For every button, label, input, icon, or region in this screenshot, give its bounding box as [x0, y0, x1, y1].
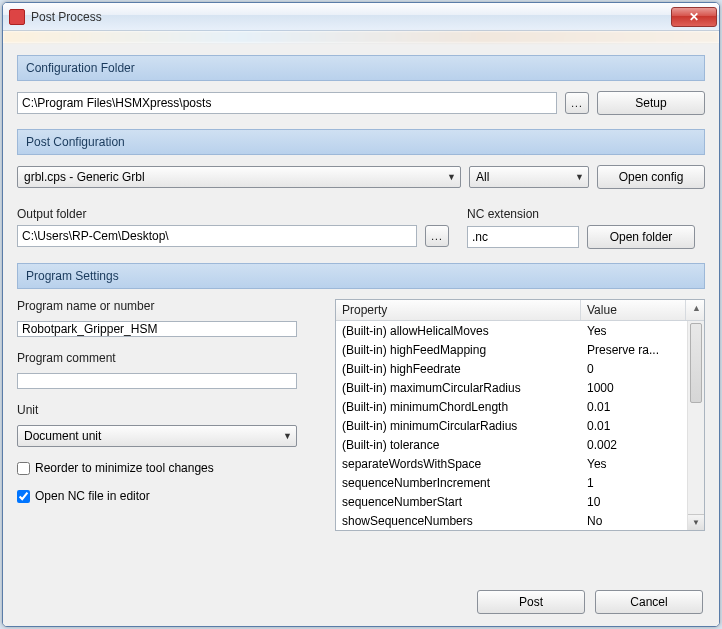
cell-property: showSequenceNumbers — [336, 513, 581, 529]
cell-property: (Built-in) tolerance — [336, 437, 581, 453]
dialog-footer: Post Cancel — [17, 580, 705, 618]
scroll-up-icon[interactable]: ▲ — [686, 300, 704, 320]
table-row[interactable]: sequenceNumberStart10 — [336, 492, 704, 511]
reorder-label: Reorder to minimize tool changes — [35, 461, 214, 475]
section-post-config: Post Configuration — [17, 129, 705, 155]
cell-property: (Built-in) highFeedrate — [336, 361, 581, 377]
post-processor-value: grbl.cps - Generic Grbl — [24, 170, 145, 184]
open-config-button[interactable]: Open config — [597, 165, 705, 189]
cell-value[interactable]: Yes — [581, 323, 686, 339]
cell-value[interactable]: Yes — [581, 456, 686, 472]
cell-value[interactable]: No — [581, 513, 686, 529]
cell-property: sequenceNumberIncrement — [336, 475, 581, 491]
table-header: Property Value ▲ — [336, 300, 704, 321]
properties-table: Property Value ▲ (Built-in) allowHelical… — [335, 299, 705, 531]
cell-property: (Built-in) allowHelicalMoves — [336, 323, 581, 339]
filter-value: All — [476, 170, 489, 184]
browse-config-folder-button[interactable]: ... — [565, 92, 589, 114]
filter-combo[interactable]: All ▼ — [469, 166, 589, 188]
close-button[interactable]: ✕ — [671, 7, 717, 27]
nc-extension-input[interactable] — [467, 226, 579, 248]
ribbon-blur — [3, 31, 719, 43]
post-process-dialog: Post Process ✕ Configuration Folder ... … — [2, 2, 720, 627]
cell-property: (Built-in) highFeedMapping — [336, 342, 581, 358]
open-folder-button[interactable]: Open folder — [587, 225, 695, 249]
scrollbar-thumb[interactable] — [690, 323, 702, 403]
cell-value[interactable]: 0 — [581, 361, 686, 377]
program-comment-input[interactable] — [17, 373, 297, 389]
chevron-down-icon: ▼ — [447, 172, 456, 182]
section-program-settings: Program Settings — [17, 263, 705, 289]
post-processor-combo[interactable]: grbl.cps - Generic Grbl ▼ — [17, 166, 461, 188]
app-icon — [9, 9, 25, 25]
cancel-button[interactable]: Cancel — [595, 590, 703, 614]
cell-property: separateWordsWithSpace — [336, 456, 581, 472]
vertical-scrollbar[interactable]: ▼ — [687, 321, 704, 530]
cell-value[interactable]: 0.002 — [581, 437, 686, 453]
table-body: (Built-in) allowHelicalMovesYes(Built-in… — [336, 321, 704, 530]
cell-property: (Built-in) minimumCircularRadius — [336, 418, 581, 434]
chevron-down-icon: ▼ — [283, 431, 292, 441]
window-title: Post Process — [31, 10, 671, 24]
setup-button[interactable]: Setup — [597, 91, 705, 115]
cell-value[interactable]: 0.01 — [581, 418, 686, 434]
section-config-folder: Configuration Folder — [17, 55, 705, 81]
close-icon: ✕ — [689, 10, 699, 24]
titlebar[interactable]: Post Process ✕ — [3, 3, 719, 31]
output-folder-label: Output folder — [17, 207, 449, 221]
table-row[interactable]: (Built-in) allowHelicalMovesYes — [336, 321, 704, 340]
col-value[interactable]: Value — [581, 300, 686, 320]
table-row[interactable]: (Built-in) highFeedMappingPreserve ra... — [336, 340, 704, 359]
cell-property: (Built-in) minimumChordLength — [336, 399, 581, 415]
table-row[interactable]: sequenceNumberIncrement1 — [336, 473, 704, 492]
cell-property: (Built-in) maximumCircularRadius — [336, 380, 581, 396]
table-row[interactable]: (Built-in) minimumChordLength0.01 — [336, 397, 704, 416]
table-row[interactable]: separateWordsWithSpaceYes — [336, 454, 704, 473]
open-nc-checkbox-row[interactable]: Open NC file in editor — [17, 489, 317, 503]
cell-value[interactable]: Preserve ra... — [581, 342, 686, 358]
cell-value[interactable]: 10 — [581, 494, 686, 510]
program-name-label: Program name or number — [17, 299, 317, 313]
reorder-checkbox-row[interactable]: Reorder to minimize tool changes — [17, 461, 317, 475]
table-row[interactable]: (Built-in) minimumCircularRadius0.01 — [336, 416, 704, 435]
open-nc-checkbox[interactable] — [17, 490, 30, 503]
cell-property: sequenceNumberStart — [336, 494, 581, 510]
output-folder-input[interactable] — [17, 225, 417, 247]
client-area: Configuration Folder ... Setup Post Conf… — [3, 43, 719, 626]
program-name-input[interactable] — [17, 321, 297, 337]
cell-value[interactable]: 1000 — [581, 380, 686, 396]
open-nc-label: Open NC file in editor — [35, 489, 150, 503]
table-row[interactable]: (Built-in) highFeedrate0 — [336, 359, 704, 378]
cell-value[interactable]: 0.01 — [581, 399, 686, 415]
table-row[interactable]: (Built-in) tolerance0.002 — [336, 435, 704, 454]
reorder-checkbox[interactable] — [17, 462, 30, 475]
table-row[interactable]: showSequenceNumbersNo — [336, 511, 704, 530]
unit-value: Document unit — [24, 429, 101, 443]
scroll-down-icon[interactable]: ▼ — [688, 514, 704, 530]
chevron-down-icon: ▼ — [575, 172, 584, 182]
cell-value[interactable]: 1 — [581, 475, 686, 491]
nc-extension-label: NC extension — [467, 207, 705, 221]
browse-output-folder-button[interactable]: ... — [425, 225, 449, 247]
unit-combo[interactable]: Document unit ▼ — [17, 425, 297, 447]
config-folder-input[interactable] — [17, 92, 557, 114]
col-property[interactable]: Property — [336, 300, 581, 320]
program-comment-label: Program comment — [17, 351, 317, 365]
post-button[interactable]: Post — [477, 590, 585, 614]
unit-label: Unit — [17, 403, 317, 417]
table-row[interactable]: (Built-in) maximumCircularRadius1000 — [336, 378, 704, 397]
